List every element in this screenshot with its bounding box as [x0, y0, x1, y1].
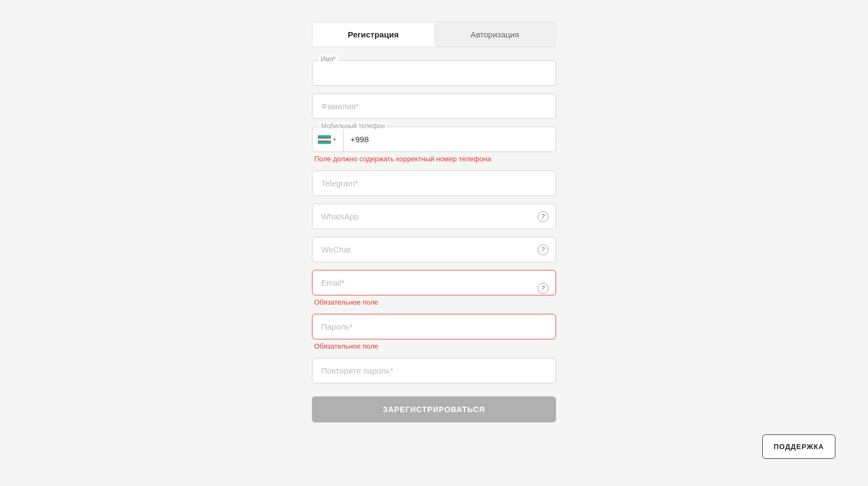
form-wrapper: Регистрация Авторизация Имя* Мобильный т…	[312, 22, 556, 422]
uz-flag-icon	[318, 135, 331, 144]
whatsapp-input[interactable]	[312, 204, 556, 229]
wechat-help-icon[interactable]: ?	[538, 244, 548, 255]
wechat-input[interactable]	[312, 237, 556, 262]
submit-button[interactable]: ЗАРЕГИСТРИРОВАТЬСЯ	[312, 396, 556, 422]
telegram-field-group	[312, 171, 556, 196]
wechat-field-group: ?	[312, 237, 556, 262]
phone-wrapper: Мобильный телефон ▾	[312, 127, 556, 152]
support-button[interactable]: ПОДДЕРЖКА	[762, 434, 835, 459]
password-error: Обязательное поле	[312, 342, 556, 350]
confirm-password-input[interactable]	[312, 358, 556, 383]
email-help-icon[interactable]: ?	[538, 283, 548, 294]
phone-input[interactable]	[344, 127, 556, 152]
email-error: Обязательное поле	[312, 298, 556, 306]
phone-label: Мобильный телефон	[319, 122, 387, 130]
confirm-password-field-group	[312, 358, 556, 383]
password-field-group: Обязательное поле	[312, 314, 556, 350]
email-input[interactable]	[312, 270, 556, 295]
lastname-field-group	[312, 93, 556, 119]
telegram-input[interactable]	[312, 171, 556, 196]
whatsapp-help-icon[interactable]: ?	[538, 211, 548, 222]
flag-selector[interactable]: ▾	[312, 127, 344, 152]
page-container: Регистрация Авторизация Имя* Мобильный т…	[0, 11, 868, 486]
whatsapp-field-group: ?	[312, 204, 556, 229]
tab-authorization[interactable]: Авторизация	[434, 22, 556, 47]
tab-registration[interactable]: Регистрация	[312, 22, 434, 47]
email-field-group: ? Обязательное поле	[312, 270, 556, 306]
lastname-input[interactable]	[312, 93, 556, 119]
phone-error: Поле должно содержать корректный номер т…	[312, 155, 556, 163]
name-input[interactable]	[312, 60, 556, 86]
chevron-down-icon: ▾	[333, 136, 336, 142]
name-field-group: Имя*	[312, 60, 556, 86]
name-label: Имя*	[318, 55, 338, 63]
tab-switcher: Регистрация Авторизация	[312, 22, 556, 47]
password-input[interactable]	[312, 314, 556, 339]
phone-field-group: Мобильный телефон ▾ Поле должно содержат…	[312, 127, 556, 163]
